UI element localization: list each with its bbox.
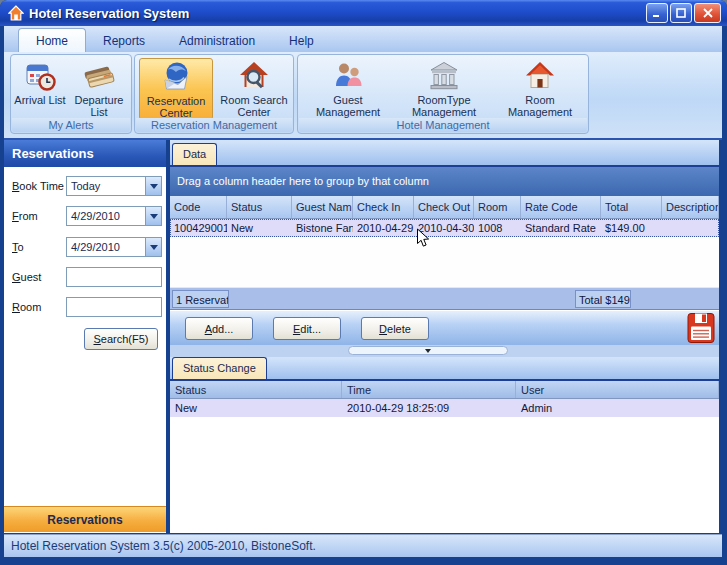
summary-strip: 1 Reservat Total $149 — [170, 287, 719, 310]
house-search-icon — [238, 60, 270, 92]
ribbon: Arrival List Departure List My Alerts — [4, 52, 722, 140]
column-header-sc-status[interactable]: Status — [170, 381, 342, 398]
tab-home[interactable]: Home — [18, 28, 86, 52]
from-label: From — [12, 210, 38, 222]
reservation-center-label: Reservation Center — [140, 95, 212, 119]
tab-data[interactable]: Data — [172, 143, 217, 165]
reservation-center-button[interactable]: Reservation Center — [139, 58, 213, 120]
edit-button[interactable]: Edit... — [273, 317, 341, 340]
column-header-sc-user[interactable]: User — [516, 381, 719, 398]
column-header-guest-name[interactable]: Guest Name — [292, 196, 353, 218]
cell-sc-user: Admin — [516, 399, 719, 417]
main-panel: Data Drag a column header here to group … — [170, 140, 719, 533]
cell-description — [662, 219, 719, 237]
reservation-total: Total $149 — [575, 290, 631, 308]
column-header-total[interactable]: Total — [601, 196, 662, 218]
reservation-row[interactable]: 100429001 New Bistone Fan 2010-04-29 201… — [170, 219, 719, 237]
chevron-down-icon[interactable] — [145, 177, 161, 195]
column-header-check-in[interactable]: Check In — [353, 196, 414, 218]
book-time-dropdown[interactable]: Today — [66, 176, 162, 196]
cell-rate-code: Standard Rate — [521, 219, 601, 237]
reservations-nav-bar[interactable]: Reservations — [4, 506, 166, 532]
guest-input[interactable] — [66, 267, 162, 287]
grid-header-row: Code Status Guest Name Check In Check Ou… — [170, 196, 719, 219]
sidebar-header: Reservations — [4, 140, 166, 167]
delete-button[interactable]: Delete — [361, 317, 429, 340]
column-header-rate-code[interactable]: Rate Code — [521, 196, 601, 218]
book-time-value: Today — [67, 177, 145, 195]
group-label-reservation-management: Reservation Management — [136, 118, 292, 132]
tab-help[interactable]: Help — [272, 29, 331, 52]
tab-administration[interactable]: Administration — [162, 29, 272, 52]
guest-management-button[interactable]: Guest Management — [304, 58, 392, 120]
column-header-check-out[interactable]: Check Out — [414, 196, 474, 218]
room-search-center-button[interactable]: Room Search Center — [216, 58, 292, 120]
cell-sc-time: 2010-04-29 18:25:09 — [342, 399, 516, 417]
cell-status: New — [227, 219, 292, 237]
group-label-my-alerts: My Alerts — [12, 118, 130, 132]
maximize-icon — [676, 8, 686, 18]
reservations-sidebar: Reservations Book Time Today From 4/29/2… — [4, 140, 168, 533]
room-input[interactable] — [66, 297, 162, 317]
room-label: Room — [12, 301, 41, 313]
column-header-status[interactable]: Status — [227, 196, 292, 218]
status-change-tab-strip: Status Change — [170, 357, 719, 381]
ribbon-group-my-alerts: Arrival List Departure List My Alerts — [10, 54, 132, 134]
title-bar[interactable]: Hotel Reservation System — [0, 0, 727, 26]
roomtype-management-label: RoomType Management — [396, 94, 492, 118]
cell-sc-status: New — [170, 399, 342, 417]
save-icon[interactable] — [687, 312, 715, 344]
to-date-value: 4/29/2010 — [67, 238, 145, 256]
reservation-count: 1 Reservat — [172, 290, 229, 308]
search-button[interactable]: Search(F5) — [84, 328, 158, 350]
to-date-dropdown[interactable]: 4/29/2010 — [66, 237, 162, 257]
room-management-button[interactable]: Room Management — [496, 58, 584, 120]
room-management-label: Room Management — [496, 94, 584, 118]
window-title: Hotel Reservation System — [29, 6, 646, 21]
chevron-down-icon[interactable] — [145, 238, 161, 256]
room-search-center-label: Room Search Center — [216, 94, 292, 118]
roomtype-management-button[interactable]: RoomType Management — [396, 58, 492, 120]
arrival-list-button[interactable]: Arrival List — [14, 58, 66, 120]
ribbon-group-hotel-management: Guest Management RoomType Management — [297, 54, 589, 134]
close-button[interactable] — [694, 3, 721, 23]
column-header-room[interactable]: Room — [474, 196, 521, 218]
cell-check-in: 2010-04-29 — [353, 219, 414, 237]
house-icon — [524, 60, 556, 92]
column-header-code[interactable]: Code — [170, 196, 227, 218]
app-house-icon — [8, 5, 24, 21]
arrival-list-label: Arrival List — [14, 94, 65, 106]
status-change-row[interactable]: New 2010-04-29 18:25:09 Admin — [170, 399, 719, 417]
cell-room: 1008 — [474, 219, 521, 237]
ribbon-group-reservation-management: Reservation Center Room Search Center Re… — [134, 54, 294, 134]
guest-management-label: Guest Management — [304, 94, 392, 118]
book-time-label: Book Time — [12, 180, 64, 192]
calendar-clock-icon — [24, 60, 56, 92]
minimize-button[interactable] — [646, 3, 668, 23]
tab-reports[interactable]: Reports — [86, 29, 162, 52]
column-header-description[interactable]: Description — [662, 196, 719, 218]
chevron-down-icon[interactable] — [145, 207, 161, 225]
from-date-value: 4/29/2010 — [67, 207, 145, 225]
close-icon — [703, 8, 713, 18]
bank-icon — [428, 60, 460, 92]
column-header-sc-time[interactable]: Time — [342, 381, 516, 398]
group-by-bar[interactable]: Drag a column header here to group by th… — [170, 167, 719, 196]
tab-status-change[interactable]: Status Change — [172, 357, 267, 379]
guests-icon — [332, 60, 364, 92]
add-button[interactable]: Add... — [185, 317, 253, 340]
menu-tab-bar: Home Reports Administration Help — [4, 26, 722, 52]
cell-code: 100429001 — [170, 219, 227, 237]
app-window: Hotel Reservation System Home Reports Ad… — [0, 0, 727, 565]
splitter-collapse-handle[interactable] — [348, 346, 508, 355]
data-tab-strip: Data — [170, 140, 719, 167]
from-date-dropdown[interactable]: 4/29/2010 — [66, 206, 162, 226]
group-label-hotel-management: Hotel Management — [299, 118, 587, 132]
cell-guest-name: Bistone Fan — [292, 219, 353, 237]
departure-list-button[interactable]: Departure List — [68, 58, 130, 120]
maximize-button[interactable] — [670, 3, 692, 23]
to-label: To — [12, 241, 24, 253]
grid-empty-area — [170, 237, 719, 287]
panel-splitter[interactable] — [170, 345, 719, 357]
departure-list-label: Departure List — [68, 94, 130, 118]
